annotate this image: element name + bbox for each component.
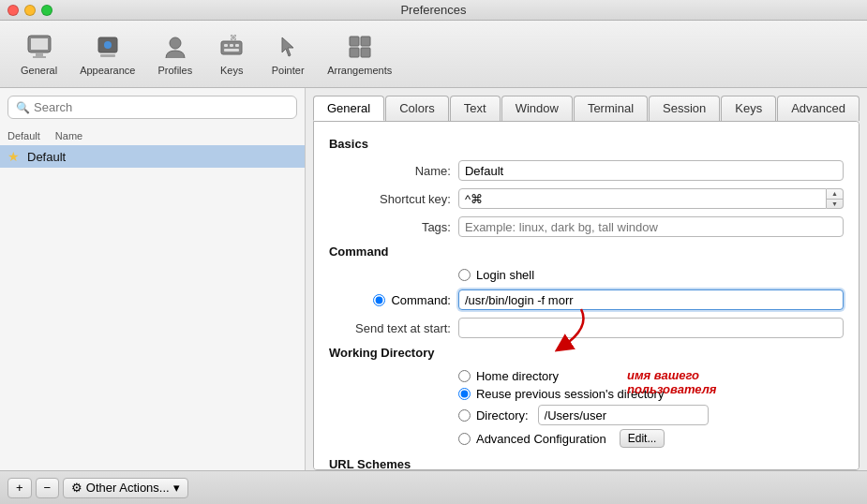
toolbar: General Appearance Profiles xyxy=(0,21,867,88)
directory-radio[interactable] xyxy=(458,409,471,422)
command-label: Command: xyxy=(391,293,451,307)
shortcut-input[interactable] xyxy=(458,188,827,209)
settings-panel: Basics Name: Shortcut key: ▲ ▼ Tags: xyxy=(313,121,860,470)
profiles-icon xyxy=(160,32,190,62)
advanced-config-radio[interactable] xyxy=(458,433,471,445)
tags-input[interactable] xyxy=(458,216,844,237)
svg-rect-17 xyxy=(361,48,370,57)
tags-label: Tags: xyxy=(329,220,451,234)
advanced-config-option[interactable]: Advanced Configuration Edit... xyxy=(458,429,709,448)
login-shell-radio[interactable] xyxy=(458,269,471,281)
svg-rect-12 xyxy=(224,49,239,52)
svg-rect-6 xyxy=(100,54,115,57)
svg-rect-9 xyxy=(224,44,228,47)
other-actions-button[interactable]: ⚙ Other Actions... ▾ xyxy=(63,478,188,498)
reuse-session-option[interactable]: Reuse previous session's directory имя в… xyxy=(458,387,709,401)
annotation-container: имя вашего пользователя xyxy=(627,368,717,396)
toolbar-item-keys[interactable]: ⌘ Keys xyxy=(205,26,258,82)
list-item[interactable]: ★ Default xyxy=(0,145,305,168)
other-actions-chevron: ▾ xyxy=(173,481,180,495)
tab-window[interactable]: Window xyxy=(501,96,573,121)
svg-rect-14 xyxy=(350,37,359,46)
name-input[interactable] xyxy=(458,160,844,181)
command-radio[interactable] xyxy=(373,294,385,306)
sidebar: 🔍 Default Name ★ Default xyxy=(0,88,306,470)
url-schemes-title: URL Schemes xyxy=(329,457,844,470)
tab-text[interactable]: Text xyxy=(450,96,501,121)
toolbar-general-label: General xyxy=(21,65,57,76)
tags-row: Tags: xyxy=(329,216,844,237)
stepper-down-button[interactable]: ▼ xyxy=(827,200,843,209)
toolbar-item-arrangements[interactable]: Arrangements xyxy=(318,26,401,82)
shortcut-stepper[interactable]: ▲ ▼ xyxy=(827,188,844,209)
sidebar-header: Default Name xyxy=(0,126,305,145)
directory-options: Home directory Reuse previous session's … xyxy=(458,369,709,448)
header-name: Name xyxy=(55,130,82,141)
tab-colors[interactable]: Colors xyxy=(385,96,449,121)
advanced-config-label: Advanced Configuration xyxy=(476,432,606,446)
search-box[interactable]: 🔍 xyxy=(7,96,297,119)
svg-point-5 xyxy=(104,41,112,49)
svg-point-7 xyxy=(170,37,181,49)
toolbar-arrangements-label: Arrangements xyxy=(327,65,392,76)
command-input[interactable] xyxy=(458,289,844,310)
name-row: Name: xyxy=(329,160,844,181)
svg-rect-11 xyxy=(235,44,239,47)
toolbar-pointer-label: Pointer xyxy=(272,65,305,76)
svg-rect-8 xyxy=(221,41,242,54)
remove-profile-button[interactable]: − xyxy=(36,478,60,498)
home-dir-radio[interactable] xyxy=(458,370,471,382)
basics-title: Basics xyxy=(329,137,844,151)
send-text-row: Send text at start: xyxy=(329,318,844,338)
keys-icon: ⌘ xyxy=(217,32,247,62)
tabs-bar: General Colors Text Window Terminal Sess… xyxy=(306,88,867,121)
tab-terminal[interactable]: Terminal xyxy=(574,96,648,121)
profile-name: Default xyxy=(27,150,66,164)
stepper-up-button[interactable]: ▲ xyxy=(827,189,843,200)
toolbar-item-profiles[interactable]: Profiles xyxy=(148,26,202,82)
name-label: Name: xyxy=(329,164,451,178)
toolbar-item-general[interactable]: General xyxy=(11,26,67,82)
login-shell-option[interactable]: Login shell xyxy=(458,268,534,282)
tab-session[interactable]: Session xyxy=(649,96,720,121)
toolbar-item-pointer[interactable]: Pointer xyxy=(262,26,314,82)
shortcut-label: Shortcut key: xyxy=(329,192,451,206)
appearance-icon xyxy=(93,32,123,62)
maximize-button[interactable] xyxy=(41,5,52,16)
svg-rect-10 xyxy=(230,44,233,47)
general-icon xyxy=(24,32,54,62)
send-text-input[interactable] xyxy=(458,318,844,338)
toolbar-appearance-label: Appearance xyxy=(80,65,135,76)
directory-label: Directory: xyxy=(476,408,529,422)
svg-text:⌘: ⌘ xyxy=(230,34,237,42)
tab-general[interactable]: General xyxy=(313,96,384,121)
toolbar-keys-label: Keys xyxy=(220,65,243,76)
directory-input[interactable] xyxy=(538,405,709,425)
command-title: Command xyxy=(329,245,844,259)
minimize-button[interactable] xyxy=(24,5,36,16)
arrangements-icon xyxy=(345,32,375,62)
edit-button[interactable]: Edit... xyxy=(620,429,665,448)
tab-advanced[interactable]: Advanced xyxy=(777,96,860,121)
login-shell-text: Login shell xyxy=(476,268,534,282)
window-controls[interactable] xyxy=(7,5,52,16)
add-profile-button[interactable]: + xyxy=(7,478,32,498)
shortcut-row: Shortcut key: ▲ ▼ xyxy=(329,188,844,209)
working-dir-title: Working Directory xyxy=(329,346,844,360)
send-text-label: Send text at start: xyxy=(329,321,451,335)
toolbar-item-appearance[interactable]: Appearance xyxy=(70,26,144,82)
annotation-text: имя вашего пользователя xyxy=(627,368,717,396)
bottom-bar: + − ⚙ Other Actions... ▾ xyxy=(0,470,867,504)
svg-rect-16 xyxy=(350,48,359,57)
svg-rect-3 xyxy=(33,56,46,58)
other-actions-label: ⚙ Other Actions... xyxy=(71,481,170,495)
working-dir-section: Home directory Reuse previous session's … xyxy=(329,369,844,448)
reuse-session-radio[interactable] xyxy=(458,388,471,400)
tab-keys[interactable]: Keys xyxy=(721,96,776,121)
search-input[interactable] xyxy=(34,100,289,114)
directory-option[interactable]: Directory: xyxy=(458,405,709,425)
svg-rect-1 xyxy=(31,38,48,50)
toolbar-profiles-label: Profiles xyxy=(157,65,192,76)
title-bar: Preferences xyxy=(0,0,867,21)
close-button[interactable] xyxy=(7,5,19,16)
